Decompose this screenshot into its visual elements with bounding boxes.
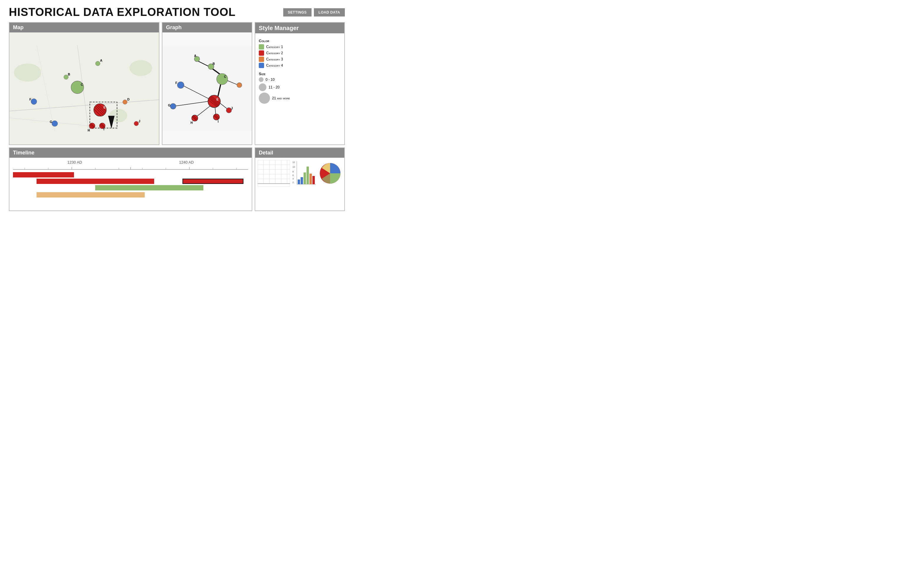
svg-point-45	[177, 82, 184, 88]
detail-bar-chart: 12 10 8 6 4 2	[292, 160, 316, 187]
size-circle-large	[259, 92, 270, 104]
label-cat3: Category 3	[266, 57, 283, 61]
timeline-panel: Timeline 1230 AD 1240 AD	[9, 147, 252, 211]
size-circle-small	[259, 77, 264, 82]
graph-node-i-label: I	[218, 120, 219, 123]
map-node-a-label: A	[100, 59, 102, 62]
map-node-c-label: C	[81, 83, 83, 86]
timeline-date-1: 1230 AD	[68, 160, 82, 165]
label-size-large: 21 and more	[272, 96, 290, 100]
style-size-small: 0 - 10	[259, 77, 341, 82]
graph-svg: A B C F G	[162, 32, 252, 144]
graph-panel-body: A B C F G	[162, 32, 252, 144]
svg-text:4: 4	[292, 177, 294, 180]
label-cat4: Category 4	[266, 63, 283, 68]
graph-node-b-label: B	[213, 62, 215, 66]
svg-rect-102	[310, 173, 312, 184]
svg-rect-98	[298, 180, 300, 184]
svg-point-19	[31, 99, 37, 105]
timeline-bar-2a	[36, 178, 154, 184]
svg-rect-78	[257, 160, 290, 187]
map-node-d-label: D	[127, 97, 130, 101]
svg-text:6: 6	[292, 174, 294, 177]
timeline-axis: 1230 AD 1240 AD	[13, 160, 248, 165]
style-color-cat2: Category 2	[259, 50, 341, 56]
swatch-cat3	[259, 56, 264, 62]
label-cat1: Category 1	[266, 45, 283, 49]
swatch-cat1	[259, 44, 264, 50]
timeline-bar-2b	[182, 178, 243, 184]
style-size-medium: 11 - 20	[259, 83, 341, 91]
svg-text:2: 2	[292, 181, 294, 184]
svg-point-6	[129, 60, 152, 76]
header-buttons: SETTINGS LOAD DATA	[283, 8, 345, 17]
style-manager-panel: Style Manager Color Category 1 Category …	[255, 22, 345, 145]
map-panel-header: Map	[10, 23, 159, 32]
swatch-cat2	[259, 50, 264, 56]
main-grid: Map A	[9, 22, 345, 211]
detail-pie-chart	[318, 162, 342, 185]
map-svg: A B C D	[10, 32, 159, 144]
page-header: HISTORICAL DATA EXPLORATION TOOL SETTING…	[9, 6, 345, 18]
map-node-f-label: F	[30, 98, 31, 101]
label-size-small: 0 - 10	[266, 78, 275, 82]
svg-rect-103	[312, 176, 315, 184]
timeline-body: 1230 AD 1240 AD	[10, 158, 252, 210]
settings-button[interactable]: SETTINGS	[283, 8, 312, 17]
style-color-cat1: Category 1	[259, 44, 341, 50]
svg-point-47	[237, 83, 242, 87]
timeline-bars	[13, 172, 248, 208]
detail-panel: Detail 12 10	[255, 147, 345, 211]
svg-text:10: 10	[292, 166, 295, 168]
detail-panel-header: Detail	[255, 148, 344, 158]
map-node-e-label: E	[104, 106, 106, 109]
svg-text:12: 12	[292, 161, 295, 163]
map-node-b-label: B	[68, 73, 70, 76]
graph-canvas[interactable]: A B C F G	[162, 32, 252, 144]
style-color-cat4: Category 4	[259, 63, 341, 68]
map-panel-body: A B C D	[10, 32, 159, 144]
style-color-cat3: Category 3	[259, 56, 341, 62]
graph-panel: Graph	[162, 22, 252, 145]
style-size-large: 21 and more	[259, 92, 341, 104]
detail-grid-chart	[257, 160, 290, 187]
svg-point-31	[134, 121, 139, 125]
svg-point-20	[52, 121, 58, 127]
svg-point-65	[226, 107, 232, 113]
timeline-panel-header: Timeline	[10, 148, 252, 158]
svg-point-5	[14, 63, 41, 81]
svg-rect-101	[307, 167, 309, 184]
timeline-bar-3	[95, 185, 203, 190]
label-size-medium: 11 - 20	[269, 85, 279, 89]
graph-node-f-label: F	[175, 81, 177, 84]
graph-panel-header: Graph	[162, 23, 252, 32]
detail-body: 12 10 8 6 4 2	[255, 158, 344, 189]
timeline-bar-1	[13, 172, 74, 177]
map-node-i-label: I	[104, 127, 104, 131]
svg-rect-100	[304, 172, 306, 184]
map-node-h-label: H	[87, 129, 90, 132]
graph-node-e-label: E	[216, 97, 218, 101]
timeline-ticks-svg	[13, 166, 248, 170]
map-canvas[interactable]: A B C D	[10, 32, 159, 144]
svg-point-9	[64, 75, 68, 79]
svg-rect-99	[300, 177, 303, 184]
svg-text:8: 8	[292, 170, 294, 173]
map-node-j-label: J	[139, 119, 140, 123]
svg-point-8	[96, 61, 100, 66]
svg-rect-32	[162, 46, 252, 131]
svg-point-11	[123, 100, 127, 104]
color-section-title: Color	[259, 39, 341, 43]
map-node-g-label: G	[50, 120, 52, 124]
map-panel: Map A	[9, 22, 160, 145]
svg-point-46	[170, 104, 176, 109]
graph-node-j-label: J	[231, 106, 233, 110]
svg-rect-0	[10, 45, 159, 132]
style-manager-header: Style Manager	[255, 23, 344, 33]
label-cat2: Category 2	[266, 51, 283, 55]
style-manager-body: Color Category 1 Category 2 Category 3 C…	[255, 33, 344, 108]
timeline-bar-4	[36, 192, 145, 198]
swatch-cat4	[259, 63, 264, 68]
load-data-button[interactable]: LOAD DATA	[314, 8, 345, 17]
graph-node-g-label: G	[168, 104, 170, 107]
